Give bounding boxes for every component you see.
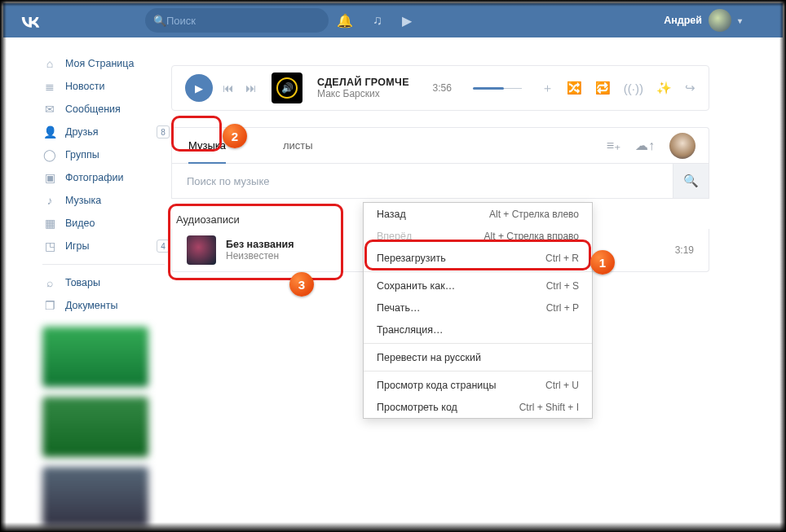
- vk-logo[interactable]: [18, 13, 42, 28]
- docs-icon: ❐: [42, 299, 57, 312]
- nav-label: Сообщения: [65, 103, 121, 115]
- speaker-icon: 🔊: [276, 77, 298, 99]
- track-time: 3:56: [432, 82, 451, 94]
- nav-label: Новости: [65, 81, 104, 92]
- chevron-down-icon: ▾: [738, 16, 742, 25]
- nav-label: Документы: [65, 300, 117, 311]
- left-nav: ⌂Моя Страница ≣Новости ✉Сообщения 👤Друзь…: [42, 52, 165, 532]
- ctx-label: Просмотреть код: [377, 402, 457, 413]
- market-icon: ⌕: [42, 276, 57, 289]
- ctx-save-as[interactable]: Сохранить как…Ctrl + S: [364, 275, 592, 297]
- music-tabs: Музыка листы ≡₊ ☁︎↑: [171, 127, 709, 163]
- video-nav-icon: ▦: [42, 217, 57, 230]
- sidebar-card[interactable]: [42, 467, 148, 527]
- video-icon[interactable]: ▶: [402, 13, 412, 29]
- groups-icon: ◯: [42, 148, 57, 161]
- ctx-back[interactable]: НазадAlt + Стрелка влево: [364, 203, 592, 225]
- ctx-cast[interactable]: Трансляция…: [364, 319, 592, 341]
- music-nav-icon: ♪: [42, 194, 57, 207]
- nav-label: Моя Страница: [65, 58, 134, 69]
- ctx-shortcut: Ctrl + U: [545, 380, 579, 391]
- shuffle-icon[interactable]: 🔀: [567, 81, 582, 95]
- music-search-row: 🔍: [171, 163, 709, 199]
- ctx-shortcut: Ctrl + S: [546, 280, 579, 292]
- track-artist: Макс Барских: [317, 88, 424, 99]
- music-search-button[interactable]: 🔍: [673, 164, 709, 198]
- friends-badge: 8: [157, 125, 170, 138]
- avatar: [709, 9, 731, 32]
- username: Андрей: [664, 15, 702, 26]
- ctx-label: Перевести на русский: [377, 352, 481, 363]
- sidebar-card[interactable]: [42, 327, 148, 387]
- track-duration: 3:19: [675, 244, 694, 256]
- share-icon[interactable]: ↪: [685, 81, 695, 95]
- prev-button[interactable]: ⏮: [221, 81, 236, 95]
- repeat-icon[interactable]: 🔁: [595, 81, 611, 95]
- tab-playlists[interactable]: листы: [283, 128, 313, 163]
- ctx-label: Сохранить как…: [377, 280, 455, 292]
- user-menu[interactable]: Андрей ▾: [664, 9, 742, 32]
- nav-friends[interactable]: 👤Друзья8: [42, 121, 165, 143]
- ctx-label: Назад: [377, 209, 406, 220]
- photos-icon: ▣: [42, 171, 57, 184]
- ctx-label: Перезагрузить: [377, 253, 446, 264]
- games-badge: 4: [157, 240, 170, 253]
- tab-label: Музыка: [188, 139, 226, 152]
- nav-label: Игры: [65, 240, 89, 252]
- nav-label: Товары: [65, 277, 100, 288]
- ctx-shortcut: Ctrl + Shift + I: [519, 402, 579, 413]
- ctx-label: Трансляция…: [377, 324, 443, 336]
- nav-docs[interactable]: ❐Документы: [42, 294, 165, 317]
- nav-news[interactable]: ≣Новости: [42, 75, 165, 98]
- ctx-print[interactable]: Печать…Ctrl + P: [364, 297, 592, 319]
- ctx-translate[interactable]: Перевести на русский: [364, 346, 592, 368]
- ctx-shortcut: Alt + Стрелка влево: [489, 209, 579, 220]
- ctx-view-source[interactable]: Просмотр кода страницыCtrl + U: [364, 374, 592, 396]
- tab-music[interactable]: Музыка: [188, 128, 226, 163]
- add-icon[interactable]: ＋: [541, 81, 554, 96]
- search-input[interactable]: [166, 15, 320, 27]
- sidebar-card[interactable]: [42, 397, 148, 457]
- play-button[interactable]: ▶: [185, 74, 213, 102]
- nav-music[interactable]: ♪Музыка: [42, 189, 165, 212]
- news-icon: ≣: [42, 80, 57, 93]
- nav-games[interactable]: ◳Игры4: [42, 235, 165, 257]
- nav-separator: [42, 264, 165, 265]
- audio-player: ▶ ⏮ ⏭ 🔊 СДЕЛАЙ ГРОМЧЕ Макс Барских 3:56 …: [171, 65, 709, 111]
- profile-avatar[interactable]: [669, 133, 695, 159]
- effects-icon[interactable]: ✨: [656, 81, 672, 95]
- volume-slider[interactable]: [473, 88, 522, 89]
- ctx-forward: ВперёдAlt + Стрелка вправо: [364, 225, 592, 247]
- ctx-shortcut: Ctrl + R: [545, 253, 579, 264]
- games-icon: ◳: [42, 240, 57, 253]
- search-icon: 🔍: [153, 15, 166, 27]
- nav-label: Музыка: [65, 195, 101, 206]
- broadcast-icon[interactable]: ((·)): [624, 81, 643, 95]
- nav-label: Видео: [65, 218, 95, 229]
- track-row-title: Без названия: [226, 239, 294, 250]
- messages-icon: ✉: [42, 103, 57, 116]
- tab-label: листы: [283, 139, 313, 152]
- ctx-inspect[interactable]: Просмотреть кодCtrl + Shift + I: [364, 396, 592, 418]
- nav-label: Группы: [65, 149, 99, 160]
- next-button[interactable]: ⏭: [244, 81, 258, 95]
- nav-video[interactable]: ▦Видео: [42, 212, 165, 235]
- music-icon[interactable]: ♫: [373, 13, 382, 28]
- context-menu: НазадAlt + Стрелка влево ВперёдAlt + Стр…: [363, 202, 593, 419]
- list-icon[interactable]: ≡₊: [607, 138, 620, 153]
- upload-icon[interactable]: ☁︎↑: [635, 138, 655, 153]
- nav-photos[interactable]: ▣Фотографии: [42, 166, 165, 189]
- bell-icon[interactable]: 🔔: [337, 13, 353, 29]
- global-search[interactable]: 🔍: [145, 8, 329, 33]
- ctx-reload[interactable]: ПерезагрузитьCtrl + R: [364, 247, 592, 269]
- nav-my-page[interactable]: ⌂Моя Страница: [42, 52, 165, 75]
- callout-3: 3: [289, 272, 314, 297]
- home-icon: ⌂: [42, 57, 57, 70]
- music-search-input[interactable]: [172, 164, 673, 198]
- track-cover: 🔊: [272, 73, 302, 103]
- top-bar: 🔍 🔔 ♫ ▶ Андрей ▾: [3, 3, 783, 37]
- nav-groups[interactable]: ◯Группы: [42, 143, 165, 166]
- nav-messages[interactable]: ✉Сообщения: [42, 98, 165, 121]
- ctx-label: Вперёд: [377, 231, 412, 242]
- nav-market[interactable]: ⌕Товары: [42, 271, 165, 294]
